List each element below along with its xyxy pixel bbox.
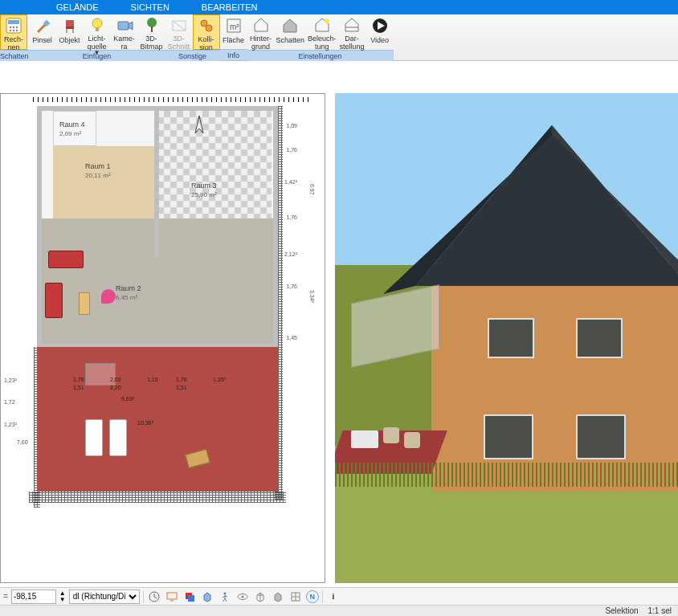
status-scale: 1:1 sel <box>648 606 672 615</box>
svg-rect-14 <box>96 28 99 31</box>
north-toggle-icon[interactable]: N <box>306 590 319 603</box>
room4-label: Raum 4 2,69 m² <box>59 120 85 138</box>
bitmap3d-button[interactable]: 3D- Bitmap <box>138 14 165 50</box>
svg-rect-34 <box>167 593 177 599</box>
kamera-label: Kame- ra <box>113 35 135 51</box>
room4-name: Raum 4 <box>59 120 85 129</box>
svg-point-7 <box>16 30 18 32</box>
kamera-button[interactable]: Kame- ra <box>111 14 138 50</box>
lounger2[interactable] <box>109 419 127 456</box>
status-bar: Selektion 1:1 sel <box>0 605 678 616</box>
render-view[interactable] <box>335 93 678 583</box>
eye-icon[interactable] <box>235 589 250 604</box>
svg-rect-9 <box>66 20 74 27</box>
schatten-label: Schatten <box>276 36 305 44</box>
svg-rect-1 <box>8 20 19 24</box>
shadow-icon <box>280 16 300 35</box>
plan-outline: Raum 4 2,69 m² Raum 1 20,11 m² Raum 3 25… <box>37 106 278 492</box>
dim: 1,35² <box>213 377 226 382</box>
svg-marker-16 <box>129 22 133 30</box>
flaeche-button[interactable]: m² Fläche <box>220 14 247 49</box>
beleuchtung-label: Beleuch- tung <box>308 35 337 51</box>
room2-area: 6,45 m² <box>116 293 141 302</box>
menu-sichten[interactable]: SICHTEN <box>131 2 170 12</box>
beanbag[interactable] <box>101 289 116 304</box>
sofa1[interactable] <box>48 251 84 268</box>
sofa2[interactable] <box>45 283 63 318</box>
svg-point-2 <box>10 27 12 29</box>
layers-icon[interactable] <box>182 589 197 604</box>
svg-point-3 <box>13 27 15 29</box>
svg-marker-38 <box>204 593 210 602</box>
schatten-button[interactable]: Schatten <box>275 14 307 50</box>
group-schatten: Schatten <box>0 50 29 61</box>
tree-icon <box>142 16 161 34</box>
window <box>484 414 533 459</box>
svg-line-20 <box>173 21 186 31</box>
dim: 1,72 <box>4 399 15 405</box>
shaded-icon[interactable] <box>271 589 285 604</box>
spinner-icon[interactable]: ▲▼ <box>59 590 66 603</box>
house-facade <box>431 282 678 491</box>
dim: 1,76 <box>286 147 297 153</box>
lounger1[interactable] <box>85 419 103 456</box>
monitor-icon[interactable] <box>165 589 179 604</box>
beleuchtung-button[interactable]: Beleuch- tung <box>306 14 338 50</box>
menu-bar: GELÄNDE SICHTEN BEARBEITEN <box>0 0 678 14</box>
dim: 1,51 <box>176 385 187 390</box>
room2-label: Raum 2 6,45 m² <box>116 284 141 302</box>
lichtquelle-label: Licht- quelle <box>88 35 107 51</box>
hedge-bottom <box>29 492 286 503</box>
svg-point-25 <box>325 18 329 23</box>
kollision-label: Kolli- sion <box>198 35 214 51</box>
wall <box>273 106 278 347</box>
dim: 2,02 <box>110 377 121 382</box>
dropdown-caret-icon: ▼ <box>94 49 100 57</box>
menu-gelaende[interactable]: GELÄNDE <box>56 2 99 12</box>
hintergrund-button[interactable]: Hinter- grund <box>247 14 275 50</box>
camera-icon <box>115 16 134 34</box>
menu-bearbeiten[interactable]: BEARBEITEN <box>202 2 258 12</box>
dim: 2,12² <box>284 251 297 257</box>
workspace: Raum 4 2,69 m² Raum 1 20,11 m² Raum 3 25… <box>0 61 678 594</box>
objekt-button[interactable]: Objekt <box>56 14 84 50</box>
outdoor-chair <box>404 432 420 448</box>
svg-point-17 <box>147 18 157 27</box>
section-icon <box>170 16 189 34</box>
wireframe-icon[interactable] <box>253 589 268 604</box>
floorplan-view[interactable]: Raum 4 2,69 m² Raum 1 20,11 m² Raum 3 25… <box>0 93 325 583</box>
clock-icon[interactable] <box>147 589 161 604</box>
pinsel-button[interactable]: Pinsel <box>29 14 56 50</box>
svg-rect-10 <box>66 27 74 29</box>
svg-marker-30 <box>415 125 678 286</box>
background-icon <box>251 16 271 34</box>
grid-icon[interactable] <box>288 589 303 604</box>
dim: 10,36² <box>137 420 153 426</box>
lightbulb-icon <box>88 16 107 34</box>
cube-icon[interactable] <box>200 589 214 604</box>
dim: 6,97 <box>309 184 315 195</box>
video-button[interactable]: Video <box>366 14 394 50</box>
pinsel-label: Pinsel <box>32 36 52 44</box>
svg-marker-29 <box>195 116 203 133</box>
schnitt3d-label: 3D- Schnitt <box>168 35 190 51</box>
kollision-button[interactable]: Kolli- sion <box>193 14 220 50</box>
north-arrow-icon <box>191 116 207 138</box>
flaeche-label: Fläche <box>223 36 244 44</box>
dim: 1,76 <box>286 284 297 289</box>
coord-input[interactable] <box>11 589 56 604</box>
room3-label: Raum 3 25,90 m² <box>191 182 217 199</box>
direction-select[interactable]: dl (Richtung/Di <box>69 589 140 604</box>
dim: 1,51 <box>73 385 84 390</box>
darstellung-button[interactable]: Dar- stellung <box>338 14 366 50</box>
svg-rect-18 <box>151 27 153 32</box>
dim: 1,45 <box>286 335 297 341</box>
chair-icon <box>60 16 80 35</box>
info-icon[interactable]: i <box>326 589 341 604</box>
lichtquelle-button[interactable]: Licht- quelle ▼ <box>84 14 111 50</box>
rechnen-button[interactable]: Rech- nen <box>0 14 27 50</box>
walk-icon[interactable] <box>218 589 232 604</box>
schnitt3d-button[interactable]: 3D- Schnitt <box>165 14 193 50</box>
room3-area: 25,90 m² <box>191 190 217 199</box>
coffee-table[interactable] <box>79 292 90 315</box>
